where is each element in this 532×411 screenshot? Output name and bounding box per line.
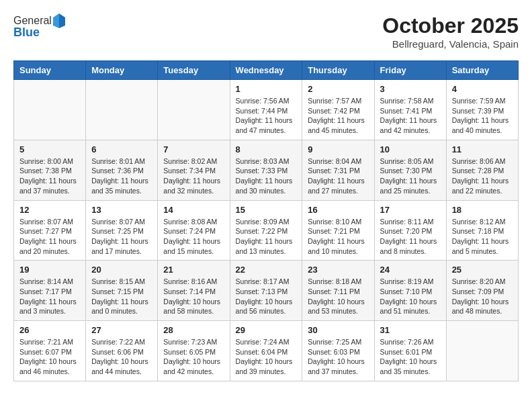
day-number: 29 — [236, 325, 297, 335]
day-number: 16 — [308, 205, 368, 215]
day-info: Sunrise: 7:24 AMSunset: 6:04 PMDaylight:… — [236, 337, 297, 377]
table-cell: 5Sunrise: 8:00 AMSunset: 7:38 PMDaylight… — [14, 140, 86, 200]
day-info: Sunrise: 8:03 AMSunset: 7:33 PMDaylight:… — [236, 156, 297, 196]
logo: General Blue — [13, 13, 68, 40]
table-cell: 19Sunrise: 8:14 AMSunset: 7:17 PMDayligh… — [14, 261, 86, 321]
day-info: Sunrise: 8:05 AMSunset: 7:30 PMDaylight:… — [380, 156, 441, 196]
day-info: Sunrise: 7:58 AMSunset: 7:41 PMDaylight:… — [380, 96, 441, 136]
day-info: Sunrise: 8:15 AMSunset: 7:15 PMDaylight:… — [91, 277, 152, 316]
table-cell: 21Sunrise: 8:16 AMSunset: 7:14 PMDayligh… — [158, 261, 230, 321]
table-cell: 11Sunrise: 8:06 AMSunset: 7:28 PMDayligh… — [446, 140, 518, 200]
day-info: Sunrise: 7:21 AMSunset: 6:07 PMDaylight:… — [19, 337, 80, 377]
day-info: Sunrise: 8:09 AMSunset: 7:22 PMDaylight:… — [236, 217, 297, 257]
day-number: 11 — [452, 144, 513, 154]
day-number: 1 — [236, 84, 297, 94]
day-number: 8 — [236, 144, 297, 154]
day-number: 14 — [163, 205, 224, 215]
col-sunday: Sunday — [14, 61, 86, 80]
day-info: Sunrise: 8:07 AMSunset: 7:27 PMDaylight:… — [19, 217, 80, 257]
col-saturday: Saturday — [446, 61, 518, 80]
day-info: Sunrise: 8:01 AMSunset: 7:36 PMDaylight:… — [91, 156, 152, 196]
table-cell: 6Sunrise: 8:01 AMSunset: 7:36 PMDaylight… — [86, 140, 158, 200]
day-info: Sunrise: 8:00 AMSunset: 7:38 PMDaylight:… — [19, 156, 80, 196]
day-info: Sunrise: 7:23 AMSunset: 6:05 PMDaylight:… — [163, 337, 224, 377]
day-number: 13 — [91, 205, 152, 215]
table-cell: 17Sunrise: 8:11 AMSunset: 7:20 PMDayligh… — [374, 200, 446, 261]
day-number: 20 — [91, 265, 152, 275]
table-cell: 27Sunrise: 7:22 AMSunset: 6:06 PMDayligh… — [86, 321, 158, 381]
table-cell: 13Sunrise: 8:07 AMSunset: 7:25 PMDayligh… — [86, 200, 158, 261]
table-cell: 12Sunrise: 8:07 AMSunset: 7:27 PMDayligh… — [14, 200, 86, 261]
title-block: October 2025 Bellreguard, Valencia, Spai… — [382, 13, 519, 50]
col-thursday: Thursday — [302, 61, 374, 80]
day-info: Sunrise: 8:18 AMSunset: 7:11 PMDaylight:… — [308, 277, 368, 316]
table-cell: 7Sunrise: 8:02 AMSunset: 7:34 PMDaylight… — [158, 140, 230, 200]
day-info: Sunrise: 7:22 AMSunset: 6:06 PMDaylight:… — [91, 337, 152, 377]
day-number: 25 — [452, 265, 513, 275]
calendar-week-row: 26Sunrise: 7:21 AMSunset: 6:07 PMDayligh… — [14, 321, 519, 381]
day-info: Sunrise: 8:11 AMSunset: 7:20 PMDaylight:… — [380, 217, 441, 257]
day-number: 23 — [308, 265, 368, 275]
logo-icon — [53, 13, 65, 28]
table-cell: 23Sunrise: 8:18 AMSunset: 7:11 PMDayligh… — [302, 261, 374, 321]
day-number: 30 — [308, 325, 368, 335]
table-cell: 24Sunrise: 8:19 AMSunset: 7:10 PMDayligh… — [374, 261, 446, 321]
table-cell: 30Sunrise: 7:25 AMSunset: 6:03 PMDayligh… — [302, 321, 374, 381]
day-info: Sunrise: 8:20 AMSunset: 7:09 PMDaylight:… — [452, 277, 513, 316]
table-cell: 1Sunrise: 7:56 AMSunset: 7:44 PMDaylight… — [230, 80, 302, 140]
location-subtitle: Bellreguard, Valencia, Spain — [382, 38, 519, 50]
table-cell: 22Sunrise: 8:17 AMSunset: 7:13 PMDayligh… — [230, 261, 302, 321]
day-info: Sunrise: 7:25 AMSunset: 6:03 PMDaylight:… — [308, 337, 368, 377]
day-number: 4 — [452, 84, 513, 94]
table-cell: 20Sunrise: 8:15 AMSunset: 7:15 PMDayligh… — [86, 261, 158, 321]
day-number: 15 — [236, 205, 297, 215]
table-cell: 9Sunrise: 8:04 AMSunset: 7:31 PMDaylight… — [302, 140, 374, 200]
table-cell: 28Sunrise: 7:23 AMSunset: 6:05 PMDayligh… — [158, 321, 230, 381]
table-cell: 18Sunrise: 8:12 AMSunset: 7:18 PMDayligh… — [446, 200, 518, 261]
day-number: 26 — [19, 325, 80, 335]
day-number: 28 — [163, 325, 224, 335]
table-cell: 4Sunrise: 7:59 AMSunset: 7:39 PMDaylight… — [446, 80, 518, 140]
day-info: Sunrise: 8:12 AMSunset: 7:18 PMDaylight:… — [452, 217, 513, 257]
day-number: 19 — [19, 265, 80, 275]
day-number: 3 — [380, 84, 441, 94]
day-info: Sunrise: 8:16 AMSunset: 7:14 PMDaylight:… — [163, 277, 224, 316]
table-cell — [158, 80, 230, 140]
col-tuesday: Tuesday — [158, 61, 230, 80]
day-info: Sunrise: 8:07 AMSunset: 7:25 PMDaylight:… — [91, 217, 152, 257]
day-info: Sunrise: 8:14 AMSunset: 7:17 PMDaylight:… — [19, 277, 80, 316]
table-cell: 29Sunrise: 7:24 AMSunset: 6:04 PMDayligh… — [230, 321, 302, 381]
day-info: Sunrise: 8:19 AMSunset: 7:10 PMDaylight:… — [380, 277, 441, 316]
table-cell — [446, 321, 518, 381]
table-cell: 26Sunrise: 7:21 AMSunset: 6:07 PMDayligh… — [14, 321, 86, 381]
calendar-week-row: 1Sunrise: 7:56 AMSunset: 7:44 PMDaylight… — [14, 80, 519, 140]
calendar-week-row: 12Sunrise: 8:07 AMSunset: 7:27 PMDayligh… — [14, 200, 519, 261]
day-info: Sunrise: 7:57 AMSunset: 7:42 PMDaylight:… — [308, 96, 368, 136]
table-cell: 25Sunrise: 8:20 AMSunset: 7:09 PMDayligh… — [446, 261, 518, 321]
table-cell: 16Sunrise: 8:10 AMSunset: 7:21 PMDayligh… — [302, 200, 374, 261]
table-cell: 14Sunrise: 8:08 AMSunset: 7:24 PMDayligh… — [158, 200, 230, 261]
day-number: 27 — [91, 325, 152, 335]
day-number: 22 — [236, 265, 297, 275]
day-info: Sunrise: 8:04 AMSunset: 7:31 PMDaylight:… — [308, 156, 368, 196]
table-cell — [14, 80, 86, 140]
day-number: 5 — [19, 144, 80, 154]
calendar-week-row: 19Sunrise: 8:14 AMSunset: 7:17 PMDayligh… — [14, 261, 519, 321]
calendar-table: Sunday Monday Tuesday Wednesday Thursday… — [13, 60, 519, 381]
day-number: 9 — [308, 144, 368, 154]
day-info: Sunrise: 8:06 AMSunset: 7:28 PMDaylight:… — [452, 156, 513, 196]
day-info: Sunrise: 8:17 AMSunset: 7:13 PMDaylight:… — [236, 277, 297, 316]
day-info: Sunrise: 8:08 AMSunset: 7:24 PMDaylight:… — [163, 217, 224, 257]
table-cell: 10Sunrise: 8:05 AMSunset: 7:30 PMDayligh… — [374, 140, 446, 200]
day-number: 18 — [452, 205, 513, 215]
day-number: 2 — [308, 84, 368, 94]
table-cell: 8Sunrise: 8:03 AMSunset: 7:33 PMDaylight… — [230, 140, 302, 200]
table-cell: 2Sunrise: 7:57 AMSunset: 7:42 PMDaylight… — [302, 80, 374, 140]
day-info: Sunrise: 7:26 AMSunset: 6:01 PMDaylight:… — [380, 337, 441, 377]
day-number: 21 — [163, 265, 224, 275]
col-monday: Monday — [86, 61, 158, 80]
day-number: 24 — [380, 265, 441, 275]
table-cell: 15Sunrise: 8:09 AMSunset: 7:22 PMDayligh… — [230, 200, 302, 261]
month-title: October 2025 — [382, 13, 519, 38]
day-number: 10 — [380, 144, 441, 154]
